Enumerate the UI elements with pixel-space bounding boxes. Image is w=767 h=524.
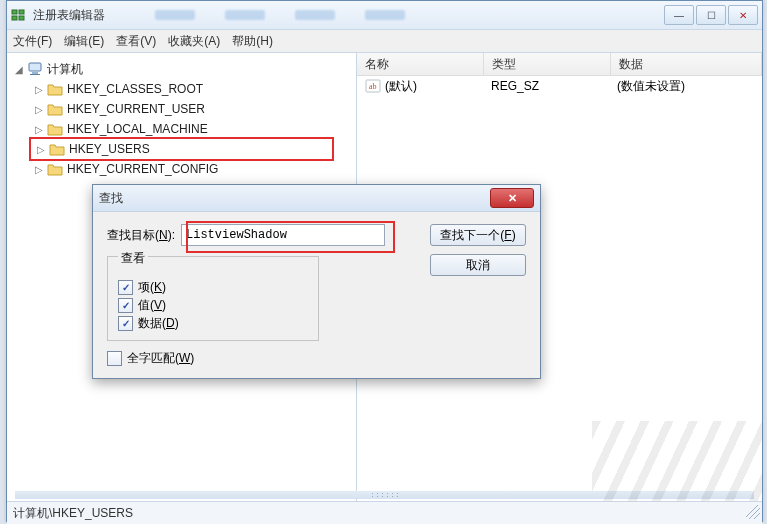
close-button[interactable]: ✕	[728, 5, 758, 25]
svg-rect-4	[29, 63, 41, 71]
close-icon: ✕	[508, 192, 517, 205]
menu-favorites[interactable]: 收藏夹(A)	[168, 33, 220, 50]
checkbox-whole-word[interactable]	[107, 351, 122, 366]
find-next-button[interactable]: 查找下一个(F)	[430, 224, 526, 246]
expand-icon[interactable]: ▷	[33, 124, 45, 135]
splitter-gripper[interactable]	[15, 491, 754, 499]
checkbox-keys-label: 项(K)	[138, 279, 166, 296]
tree-item-hkcc[interactable]: ▷ HKEY_CURRENT_CONFIG	[9, 159, 354, 179]
dialog-titlebar[interactable]: 查找 ✕	[93, 185, 540, 212]
tree-label: HKEY_USERS	[69, 142, 150, 156]
folder-icon	[49, 142, 65, 156]
lookat-fieldset: 查看 项(K) 值(V) 数据(D)	[107, 256, 319, 341]
tree-item-hkcu[interactable]: ▷ HKEY_CURRENT_USER	[9, 99, 354, 119]
checkbox-whole-word-label: 全字匹配(W)	[127, 350, 194, 367]
folder-icon	[47, 102, 63, 116]
dialog-title: 查找	[99, 190, 123, 207]
svg-rect-5	[32, 72, 38, 74]
svg-rect-2	[19, 10, 24, 14]
list-header: 名称 类型 数据	[357, 53, 762, 76]
checkbox-keys[interactable]	[118, 280, 133, 295]
titlebar[interactable]: 注册表编辑器 — ☐ ✕	[7, 1, 762, 30]
col-type[interactable]: 类型	[484, 53, 611, 75]
list-row[interactable]: ab (默认) REG_SZ (数值未设置)	[357, 76, 762, 96]
svg-rect-6	[30, 74, 40, 75]
status-path: 计算机\HKEY_USERS	[13, 505, 133, 522]
dialog-close-button[interactable]: ✕	[490, 188, 534, 208]
checkbox-data-label: 数据(D)	[138, 315, 179, 332]
checkbox-values[interactable]	[118, 298, 133, 313]
tree-item-hkcr[interactable]: ▷ HKEY_CLASSES_ROOT	[9, 79, 354, 99]
statusbar: 计算机\HKEY_USERS	[7, 501, 762, 524]
menubar: 文件(F) 编辑(E) 查看(V) 收藏夹(A) 帮助(H)	[7, 30, 762, 53]
maximize-button[interactable]: ☐	[696, 5, 726, 25]
computer-icon	[27, 61, 43, 77]
folder-icon	[47, 122, 63, 136]
value-name: (默认)	[385, 78, 417, 95]
titlebar-blur	[155, 10, 664, 20]
svg-rect-0	[12, 10, 17, 14]
tree-label: HKEY_CURRENT_USER	[67, 102, 205, 116]
value-data: (数值未设置)	[609, 78, 762, 95]
dialog-body: 查找目标(N): 查找下一个(F) 取消 查看 项(K) 值(V) 数据(D)	[93, 212, 540, 377]
find-label: 查找目标(N):	[107, 227, 175, 244]
cancel-button[interactable]: 取消	[430, 254, 526, 276]
svg-rect-3	[19, 16, 24, 20]
menu-view[interactable]: 查看(V)	[116, 33, 156, 50]
svg-rect-1	[12, 16, 17, 20]
menu-edit[interactable]: 编辑(E)	[64, 33, 104, 50]
col-data[interactable]: 数据	[611, 53, 762, 75]
folder-icon	[47, 162, 63, 176]
collapse-icon[interactable]: ◢	[13, 64, 25, 75]
value-type: REG_SZ	[483, 79, 609, 93]
find-dialog: 查找 ✕ 查找目标(N): 查找下一个(F) 取消 查看 项(K) 值(V)	[92, 184, 541, 379]
folder-icon	[47, 82, 63, 96]
tree-label: HKEY_CLASSES_ROOT	[67, 82, 203, 96]
menu-help[interactable]: 帮助(H)	[232, 33, 273, 50]
checkbox-data[interactable]	[118, 316, 133, 331]
checkbox-values-label: 值(V)	[138, 297, 166, 314]
window-title: 注册表编辑器	[33, 7, 105, 24]
tree-label: HKEY_CURRENT_CONFIG	[67, 162, 218, 176]
tree-item-hku[interactable]: ▷ HKEY_USERS	[33, 139, 332, 159]
expand-icon[interactable]: ▷	[33, 84, 45, 95]
string-value-icon: ab	[365, 79, 381, 93]
find-input[interactable]	[181, 224, 385, 246]
svg-text:ab: ab	[369, 82, 377, 91]
regedit-icon	[11, 7, 27, 23]
tree-item-hklm[interactable]: ▷ HKEY_LOCAL_MACHINE	[9, 119, 354, 139]
tree-root[interactable]: ◢ 计算机	[9, 59, 354, 79]
expand-icon[interactable]: ▷	[33, 164, 45, 175]
tree-root-label: 计算机	[47, 61, 83, 78]
col-name[interactable]: 名称	[357, 53, 484, 75]
expand-icon[interactable]: ▷	[35, 144, 47, 155]
tree-label: HKEY_LOCAL_MACHINE	[67, 122, 208, 136]
menu-file[interactable]: 文件(F)	[13, 33, 52, 50]
expand-icon[interactable]: ▷	[33, 104, 45, 115]
minimize-button[interactable]: —	[664, 5, 694, 25]
fieldset-legend: 查看	[118, 250, 148, 267]
resize-grip-icon[interactable]	[746, 505, 760, 519]
tree-highlight: ▷ HKEY_USERS	[29, 137, 334, 161]
